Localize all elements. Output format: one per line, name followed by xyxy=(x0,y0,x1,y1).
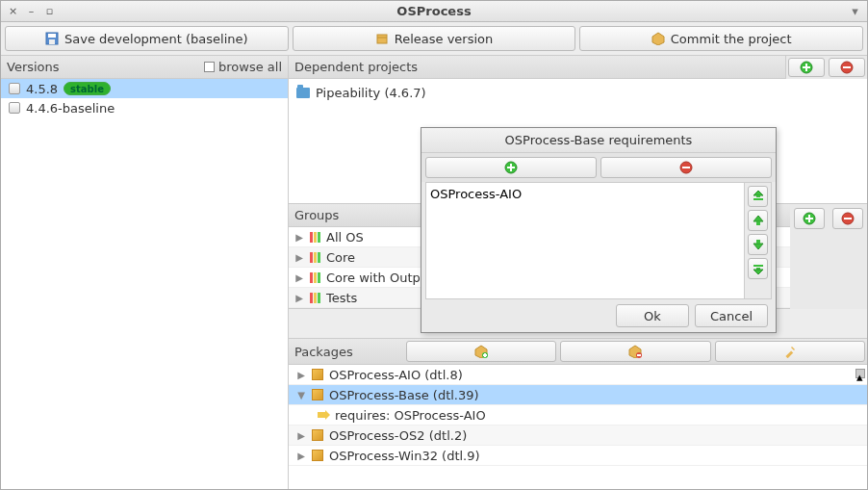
svg-rect-23 xyxy=(785,350,793,358)
group-icon xyxy=(310,293,320,303)
requirements-list[interactable]: OSProcess-AIO xyxy=(426,183,744,298)
edit-package-button[interactable] xyxy=(715,341,865,362)
groups-label: Groups xyxy=(294,208,339,222)
package-item[interactable]: ▶ OSProcess-OS2 (dtl.2) xyxy=(289,426,867,446)
group-label: Tests xyxy=(326,291,357,305)
button-label: Commit the project xyxy=(671,32,792,46)
button-label: Ok xyxy=(644,309,661,323)
plus-icon xyxy=(800,61,813,74)
minus-icon xyxy=(840,61,854,74)
close-icon[interactable]: × xyxy=(7,5,19,17)
svg-marker-33 xyxy=(753,216,763,221)
dependent-item[interactable]: Pipeability (4.6.7) xyxy=(293,83,863,102)
commit-project-button[interactable]: Commit the project xyxy=(579,26,863,51)
versions-sidebar: Versions browse all 4.5.8 stable 4.4.6-b… xyxy=(1,56,289,489)
pencil-icon xyxy=(783,345,797,358)
svg-rect-15 xyxy=(844,218,852,219)
group-icon xyxy=(310,232,320,243)
dialog-remove-button[interactable] xyxy=(600,157,772,178)
package-label: OSProcess-Base (dtl.39) xyxy=(329,388,479,402)
remove-group-button[interactable] xyxy=(832,208,863,229)
move-bottom-button[interactable] xyxy=(748,258,768,279)
svg-rect-27 xyxy=(507,167,515,168)
requires-arrow-icon xyxy=(318,410,329,420)
package-label: OSProcess-Win32 (dtl.9) xyxy=(329,449,480,463)
cube-icon xyxy=(312,389,323,400)
svg-rect-2 xyxy=(49,39,55,44)
commit-icon xyxy=(651,32,665,45)
group-label: All OS xyxy=(326,230,364,245)
floppy-icon xyxy=(45,32,59,45)
packages-label: Packages xyxy=(289,339,404,364)
svg-marker-30 xyxy=(753,191,763,195)
folder-icon xyxy=(296,88,310,98)
release-version-button[interactable]: Release version xyxy=(293,26,576,51)
move-up-button[interactable] xyxy=(748,210,768,231)
version-item[interactable]: 4.4.6-baseline xyxy=(1,98,288,117)
package-item[interactable]: ▶ OSProcess-Win32 (dtl.9) xyxy=(289,446,867,466)
package-item[interactable]: ▶ OSProcess-AIO (dtl.8) xyxy=(289,365,867,385)
svg-rect-34 xyxy=(756,221,760,225)
reorder-buttons xyxy=(744,183,771,298)
minimize-icon[interactable]: – xyxy=(25,5,38,17)
scrollbar-thumb[interactable]: ▴ xyxy=(855,369,865,378)
add-dependent-button[interactable] xyxy=(788,58,825,77)
button-label: Cancel xyxy=(710,309,753,323)
button-label: Release version xyxy=(395,32,494,46)
version-label: 4.5.8 xyxy=(26,82,58,96)
svg-rect-37 xyxy=(753,265,763,267)
package-requirement[interactable]: requires: OSProcess-AIO xyxy=(289,405,867,426)
svg-rect-13 xyxy=(805,218,813,219)
dependent-header-row: Dependent projects xyxy=(289,56,867,79)
svg-rect-3 xyxy=(377,35,387,43)
plus-icon xyxy=(504,161,518,174)
cube-icon xyxy=(312,450,323,461)
minus-icon xyxy=(679,161,693,174)
cube-icon xyxy=(312,369,323,380)
move-down-button[interactable] xyxy=(748,234,768,255)
expand-arrow-icon: ▶ xyxy=(294,252,304,263)
titlebar: × – ▫ OSProcess ▾ xyxy=(1,1,867,22)
maximize-icon[interactable]: ▫ xyxy=(43,5,56,17)
group-label: Core xyxy=(326,250,355,265)
menu-icon[interactable]: ▾ xyxy=(849,5,861,17)
group-icon xyxy=(310,252,320,263)
packages-area: Packages ▴ ▶ OSProc xyxy=(289,338,867,489)
versions-header: Versions browse all xyxy=(1,56,288,79)
package-icon xyxy=(375,32,389,45)
dialog-add-button[interactable] xyxy=(425,157,597,178)
minus-icon xyxy=(841,212,855,225)
remove-dependent-button[interactable] xyxy=(829,58,865,77)
browse-all-checkbox[interactable]: browse all xyxy=(204,60,282,74)
stable-badge: stable xyxy=(64,82,111,95)
add-group-button[interactable] xyxy=(794,208,825,229)
add-package-button[interactable] xyxy=(406,341,556,362)
move-top-button[interactable] xyxy=(748,186,768,207)
dialog-body: OSProcess-AIO xyxy=(425,182,772,299)
disk-icon xyxy=(9,102,20,114)
svg-rect-10 xyxy=(843,66,851,68)
ok-button[interactable]: Ok xyxy=(616,304,689,327)
expand-arrow-icon: ▼ xyxy=(296,390,306,400)
checkbox-icon xyxy=(204,62,215,72)
svg-rect-31 xyxy=(756,195,760,197)
package-list: ▴ ▶ OSProcess-AIO (dtl.8) ▼ OSProcess-Ba… xyxy=(289,365,867,489)
dialog-title: OSProcess-Base requirements xyxy=(421,128,776,153)
cube-minus-icon xyxy=(628,345,642,358)
down-arrow-icon xyxy=(753,239,764,250)
cube-plus-icon xyxy=(474,345,488,358)
svg-rect-8 xyxy=(803,66,810,68)
window-title: OSProcess xyxy=(1,4,867,18)
remove-package-button[interactable] xyxy=(560,341,710,362)
version-list: 4.5.8 stable 4.4.6-baseline xyxy=(1,79,288,489)
svg-marker-5 xyxy=(652,33,664,45)
package-item[interactable]: ▼ OSProcess-Base (dtl.39) xyxy=(289,385,867,405)
requirement-item[interactable]: OSProcess-AIO xyxy=(430,187,740,201)
cancel-button[interactable]: Cancel xyxy=(695,304,768,327)
version-item[interactable]: 4.5.8 stable xyxy=(1,79,288,98)
save-development-button[interactable]: Save development (baseline) xyxy=(5,26,289,51)
svg-rect-22 xyxy=(637,354,641,356)
version-label: 4.4.6-baseline xyxy=(26,101,115,116)
groups-actions xyxy=(790,204,867,309)
svg-marker-35 xyxy=(753,244,763,249)
